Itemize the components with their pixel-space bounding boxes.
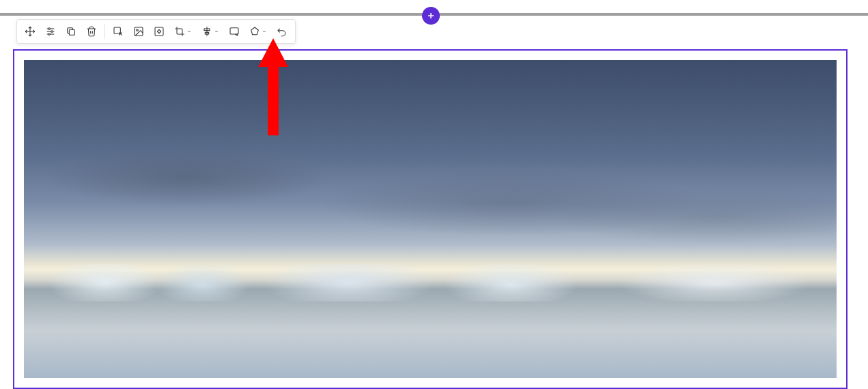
image-toolbar — [16, 19, 296, 44]
resize-image-icon — [154, 26, 165, 37]
resize-image-button[interactable] — [149, 21, 169, 42]
settings-button[interactable] — [40, 21, 61, 42]
move-icon — [25, 26, 36, 37]
align-button[interactable] — [197, 21, 224, 42]
edit-image-button[interactable] — [108, 21, 128, 42]
undo-icon — [277, 26, 288, 37]
svg-rect-14 — [155, 27, 163, 36]
toolbar-separator — [104, 24, 105, 39]
delete-button[interactable] — [81, 21, 102, 42]
edit-image-icon — [113, 26, 124, 37]
top-separator-region — [0, 0, 868, 16]
caption-icon — [229, 26, 240, 37]
move-button[interactable] — [20, 21, 40, 42]
shape-button[interactable] — [244, 21, 272, 42]
svg-rect-10 — [69, 29, 74, 35]
shape-icon — [249, 26, 260, 37]
svg-point-9 — [48, 33, 51, 36]
chevron-down-icon — [214, 29, 219, 34]
settings-icon — [45, 26, 56, 37]
duplicate-button[interactable] — [61, 21, 81, 42]
caption-button[interactable] — [224, 21, 244, 42]
chevron-down-icon — [262, 29, 267, 34]
align-icon — [201, 26, 212, 37]
svg-point-5 — [48, 28, 51, 30]
chevron-down-icon — [186, 29, 192, 34]
svg-point-13 — [137, 29, 139, 31]
add-block-button[interactable] — [422, 7, 440, 25]
svg-rect-18 — [230, 28, 238, 34]
trash-icon — [86, 26, 97, 37]
undo-button[interactable] — [272, 21, 292, 42]
crop-button[interactable] — [169, 21, 197, 42]
image-content — [24, 60, 837, 378]
duplicate-icon — [66, 26, 76, 37]
selected-image-block[interactable] — [13, 49, 848, 389]
svg-point-7 — [51, 31, 53, 33]
plus-icon — [426, 11, 436, 21]
crop-icon — [174, 26, 185, 37]
replace-image-icon — [133, 26, 144, 37]
replace-image-button[interactable] — [128, 21, 149, 42]
